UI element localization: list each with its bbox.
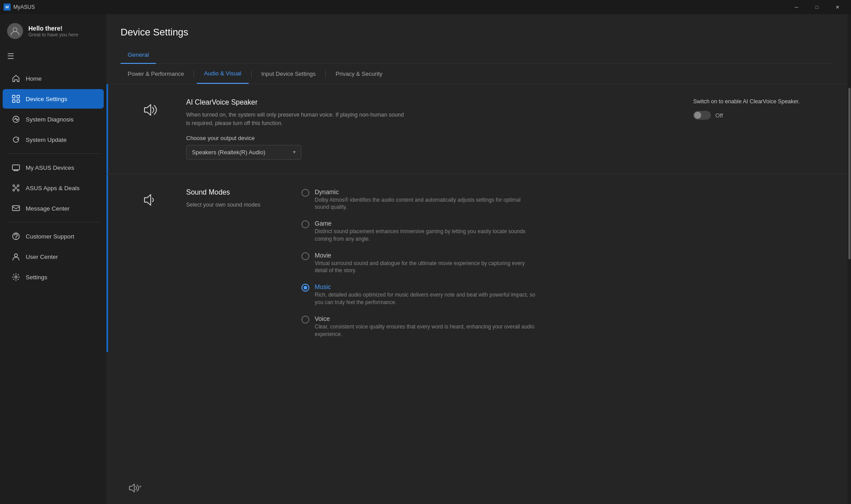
svg-point-7 [13, 185, 15, 187]
game-option-text: Game Distinct sound placement enhances i… [315, 220, 536, 243]
sub-tabs-bar: Power & Performance Audio & Visual Input… [106, 64, 847, 84]
svg-rect-12 [12, 206, 20, 211]
toggle-row: Off [693, 111, 723, 120]
avatar [7, 23, 23, 39]
movie-desc: Virtual surround sound and dialogue for … [315, 260, 536, 275]
voice-desc: Clear, consistent voice quality ensures … [315, 323, 536, 338]
toggle-knob [694, 112, 701, 119]
close-button[interactable]: ✕ [827, 0, 847, 14]
svg-point-16 [15, 276, 17, 278]
sidebar-item-system-diagnosis[interactable]: System Diagnosis [3, 109, 104, 129]
sound-modes-info: Sound Modes Select your own sound modes [186, 188, 275, 216]
sidebar-item-settings[interactable]: Settings [3, 267, 104, 287]
sound-mode-options: Dynamic Dolby Atmos® identifies the audi… [301, 188, 826, 338]
sound-mode-movie[interactable]: Movie Virtual surround sound and dialogu… [301, 252, 826, 275]
sound-modes-desc: Select your own sound modes [186, 201, 275, 209]
nav-divider-1 [7, 153, 99, 154]
sound-mode-music[interactable]: Music Rich, detailed audio optimized for… [301, 283, 826, 306]
settings-icon [12, 273, 20, 281]
user-center-icon [12, 252, 20, 261]
output-device-dropdown[interactable]: Speakers (Realtek(R) Audio) ▾ [186, 145, 301, 160]
sidebar-item-system-update-label: System Update [26, 137, 66, 143]
sidebar-item-asus-apps-deals[interactable]: ASUS Apps & Deals [3, 178, 104, 198]
sidebar-item-system-update[interactable]: System Update [3, 130, 104, 149]
minimize-button[interactable]: ─ [786, 0, 807, 14]
ai-clearvoice-title: AI ClearVoice Speaker [186, 98, 667, 106]
user-name: Hello there! [28, 25, 78, 32]
svg-rect-1 [12, 95, 15, 98]
svg-point-0 [13, 28, 17, 32]
svg-point-15 [15, 254, 18, 257]
nav-divider-2 [7, 222, 99, 223]
movie-option-text: Movie Virtual surround sound and dialogu… [315, 252, 536, 275]
svg-point-10 [17, 189, 19, 191]
sound-mode-voice[interactable]: Voice Clear, consistent voice quality en… [301, 315, 826, 338]
sidebar-item-user-center-label: User Center [26, 254, 58, 260]
ai-clearvoice-info: AI ClearVoice Speaker When turned on, th… [186, 98, 667, 160]
sidebar-item-home[interactable]: Home [3, 69, 104, 88]
music-option-text: Music Rich, detailed audio optimized for… [315, 283, 536, 306]
sidebar-item-settings-label: Settings [26, 274, 47, 281]
sidebar: Hello there! Great to have you here ☰ Ho… [0, 14, 106, 504]
voice-option-text: Voice Clear, consistent voice quality en… [315, 315, 536, 338]
app-logo: M [4, 4, 11, 11]
svg-rect-3 [12, 100, 15, 102]
sidebar-item-message-center[interactable]: Message Center [3, 199, 104, 218]
sidebar-item-home-label: Home [26, 75, 42, 82]
subtab-input-device-settings[interactable]: Input Device Settings [254, 64, 323, 83]
sidebar-item-device-settings[interactable]: Device Settings [3, 89, 104, 109]
game-radio[interactable] [301, 220, 309, 228]
main-content: Device Settings General Power & Performa… [106, 14, 847, 504]
system-diagnosis-icon [12, 115, 20, 124]
sidebar-nav: Home Device Settings [0, 68, 106, 504]
svg-rect-2 [17, 95, 20, 98]
subtab-power-performance[interactable]: Power & Performance [121, 64, 191, 83]
sidebar-item-asus-apps-deals-label: ASUS Apps & Deals [26, 185, 80, 191]
user-profile: Hello there! Great to have you here [0, 14, 106, 48]
svg-point-9 [13, 189, 15, 191]
ai-clearvoice-control: Switch on to enable AI ClearVoice Speake… [693, 98, 826, 120]
app-container: Hello there! Great to have you here ☰ Ho… [0, 14, 851, 504]
home-icon [12, 74, 20, 83]
subtab-audio-visual[interactable]: Audio & Visual [197, 64, 248, 84]
voice-radio[interactable] [301, 316, 309, 324]
scrollbar[interactable] [847, 14, 851, 504]
user-info: Hello there! Great to have you here [28, 25, 78, 37]
tab-general[interactable]: General [121, 47, 156, 63]
page-header: Device Settings General [106, 14, 847, 64]
device-settings-icon [12, 94, 20, 103]
sidebar-item-user-center[interactable]: User Center [3, 247, 104, 266]
ai-clearvoice-section: AI ClearVoice Speaker When turned on, th… [106, 84, 847, 174]
subtab-sep-2 [251, 70, 252, 78]
music-label: Music [315, 283, 536, 290]
sidebar-item-my-asus-devices-label: My ASUS Devices [26, 164, 74, 171]
movie-radio[interactable] [301, 252, 309, 260]
speaker-icon [142, 102, 160, 121]
sidebar-item-customer-support[interactable]: Customer Support [3, 227, 104, 246]
bottom-speaker-icon: + [128, 482, 140, 497]
subtab-privacy-security[interactable]: Privacy & Security [328, 64, 389, 83]
sound-modes-section: Sound Modes Select your own sound modes … [106, 174, 847, 352]
game-label: Game [315, 220, 536, 227]
scroll-thumb [848, 88, 851, 259]
ai-clearvoice-toggle[interactable] [693, 111, 711, 120]
movie-label: Movie [315, 252, 536, 259]
dynamic-desc: Dolby Atmos® identifies the audio conten… [315, 196, 536, 211]
title-bar-controls: ─ □ ✕ [786, 0, 847, 14]
toggle-status: Off [715, 112, 723, 119]
sound-modes-title: Sound Modes [186, 188, 275, 196]
sound-mode-game[interactable]: Game Distinct sound placement enhances i… [301, 220, 826, 243]
asus-apps-deals-icon [12, 184, 20, 192]
dynamic-radio[interactable] [301, 189, 309, 197]
sidebar-item-device-settings-label: Device Settings [26, 96, 67, 102]
hamburger-icon[interactable]: ☰ [0, 48, 106, 68]
sound-mode-dynamic[interactable]: Dynamic Dolby Atmos® identifies the audi… [301, 188, 826, 211]
sidebar-item-my-asus-devices[interactable]: My ASUS Devices [3, 158, 104, 177]
ai-clearvoice-desc: When turned on, the system will only pre… [186, 111, 408, 128]
subtab-sep-3 [325, 70, 326, 78]
dynamic-option-text: Dynamic Dolby Atmos® identifies the audi… [315, 188, 536, 211]
dynamic-label: Dynamic [315, 188, 536, 195]
maximize-button[interactable]: □ [807, 0, 827, 14]
music-radio[interactable] [301, 284, 309, 292]
svg-rect-4 [17, 100, 20, 102]
